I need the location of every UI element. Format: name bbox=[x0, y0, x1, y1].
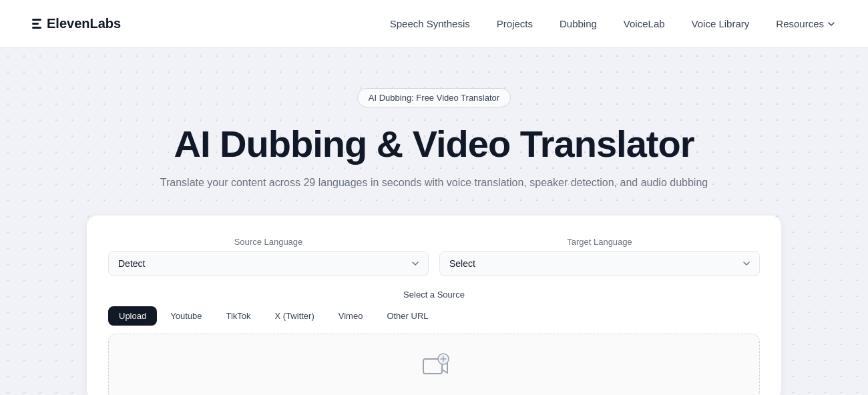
hero-badge: AI Dubbing: Free Video Translator bbox=[357, 88, 511, 107]
nav-links: Speech Synthesis Projects Dubbing VoiceL… bbox=[390, 18, 836, 30]
nav-item-speech-synthesis[interactable]: Speech Synthesis bbox=[390, 18, 470, 30]
tab-other-url[interactable]: Other URL bbox=[376, 306, 439, 326]
chevron-down-icon bbox=[827, 19, 836, 29]
select-source-label: Select a Source bbox=[108, 290, 760, 300]
logo-icon bbox=[32, 19, 41, 29]
target-language-select[interactable]: Select bbox=[439, 251, 760, 276]
logo-text: ElevenLabs bbox=[47, 16, 121, 31]
logo[interactable]: ElevenLabs bbox=[32, 16, 121, 31]
target-language-label: Target Language bbox=[439, 237, 760, 247]
hero-section: AI Dubbing: Free Video Translator AI Dub… bbox=[0, 48, 868, 395]
language-selectors: Source Language Detect Target Language S… bbox=[108, 237, 760, 276]
upload-area[interactable] bbox=[108, 334, 760, 395]
source-language-select-wrapper: Detect bbox=[108, 251, 429, 276]
source-tabs: Upload Youtube TikTok X (Twitter) Vimeo … bbox=[108, 306, 760, 326]
nav-item-voicelab[interactable]: VoiceLab bbox=[624, 18, 665, 30]
tab-youtube[interactable]: Youtube bbox=[160, 306, 212, 326]
nav-item-resources[interactable]: Resources bbox=[776, 18, 836, 29]
dubbing-card: Source Language Detect Target Language S… bbox=[87, 216, 781, 395]
upload-video-icon bbox=[418, 351, 450, 383]
source-language-label: Source Language bbox=[108, 237, 429, 247]
tab-upload[interactable]: Upload bbox=[108, 306, 157, 326]
source-language-group: Source Language Detect bbox=[108, 237, 429, 276]
source-language-select[interactable]: Detect bbox=[108, 251, 429, 276]
tab-twitter[interactable]: X (Twitter) bbox=[264, 306, 325, 326]
hero-title: AI Dubbing & Video Translator bbox=[13, 123, 855, 165]
target-language-select-wrapper: Select bbox=[439, 251, 760, 276]
hero-subtitle: Translate your content across 29 languag… bbox=[13, 177, 855, 189]
navbar: ElevenLabs Speech Synthesis Projects Dub… bbox=[0, 0, 868, 48]
tab-vimeo[interactable]: Vimeo bbox=[328, 306, 374, 326]
tab-tiktok[interactable]: TikTok bbox=[215, 306, 261, 326]
nav-item-dubbing[interactable]: Dubbing bbox=[560, 18, 597, 30]
target-language-group: Target Language Select bbox=[439, 237, 760, 276]
nav-item-projects[interactable]: Projects bbox=[497, 18, 533, 30]
nav-item-voice-library[interactable]: Voice Library bbox=[692, 18, 750, 30]
